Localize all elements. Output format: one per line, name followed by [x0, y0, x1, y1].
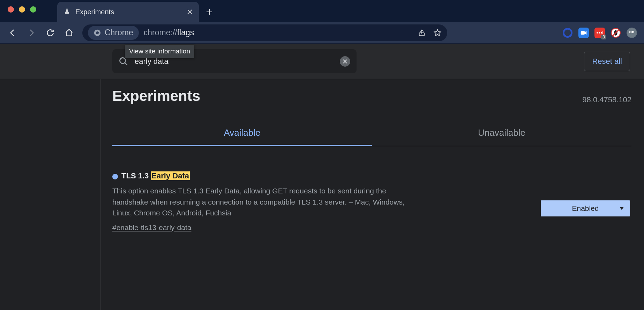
svg-point-11 — [627, 28, 636, 37]
extension-noscript-icon[interactable] — [611, 28, 621, 38]
svg-point-6 — [599, 32, 600, 34]
modified-indicator-icon — [112, 174, 118, 179]
flag-title: TLS 1.3 Early Data — [121, 171, 190, 180]
svg-point-14 — [630, 31, 631, 32]
flags-content: Experiments 98.0.4758.102 Available Unav… — [100, 79, 644, 310]
window-zoom-button[interactable] — [30, 6, 36, 13]
flag-item: TLS 1.3 Early Data This option enables T… — [112, 171, 631, 232]
forward-button[interactable] — [24, 25, 39, 40]
svg-point-16 — [120, 58, 126, 63]
svg-point-15 — [632, 31, 634, 32]
svg-point-5 — [597, 32, 598, 34]
svg-point-1 — [96, 31, 99, 34]
page-content: Reset all Experiments 98.0.4758.102 Avai… — [0, 44, 644, 310]
flag-state-value: Enabled — [572, 204, 599, 213]
flag-permalink[interactable]: #enable-tls13-early-data — [112, 223, 191, 232]
extension-zoom-icon[interactable] — [578, 28, 589, 38]
flags-search-row: Reset all — [0, 44, 644, 79]
profile-avatar[interactable] — [627, 28, 637, 38]
left-gutter — [0, 79, 100, 310]
chrome-version: 98.0.4758.102 — [582, 95, 631, 104]
window-controls — [8, 0, 57, 22]
browser-toolbar: Chrome chrome://flags 3 — [0, 22, 644, 44]
site-info-chip[interactable]: Chrome — [88, 26, 139, 40]
flags-main: Experiments 98.0.4758.102 Available Unav… — [0, 79, 644, 310]
flask-icon — [63, 8, 70, 16]
flags-tabs: Available Unavailable — [112, 121, 631, 146]
window-minimize-button[interactable] — [19, 6, 25, 13]
flag-control: Enabled — [541, 171, 631, 232]
extension-badge: 3 — [601, 35, 606, 39]
tab-title: Experiments — [75, 8, 114, 16]
flag-info: TLS 1.3 Early Data This option enables T… — [112, 171, 530, 232]
svg-rect-8 — [602, 31, 603, 34]
chip-label: Chrome — [105, 28, 133, 37]
bookmark-star-icon[interactable] — [433, 29, 442, 37]
back-button[interactable] — [5, 25, 20, 40]
clear-search-button[interactable] — [340, 56, 350, 67]
browser-tab[interactable]: Experiments — [57, 2, 199, 22]
tab-unavailable[interactable]: Unavailable — [372, 121, 631, 146]
extension-lastpass-icon[interactable]: 3 — [594, 28, 605, 38]
new-tab-button[interactable] — [199, 2, 220, 22]
svg-rect-4 — [581, 31, 585, 35]
flag-title-highlight: Early Data — [151, 171, 190, 180]
tab-strip: Experiments — [0, 0, 644, 22]
chrome-icon — [93, 29, 101, 37]
share-icon[interactable] — [418, 29, 426, 37]
flag-title-prefix: TLS 1.3 — [121, 171, 151, 180]
heading-row: Experiments 98.0.4758.102 — [112, 88, 631, 104]
flags-search-input[interactable] — [135, 57, 334, 66]
svg-point-7 — [601, 32, 602, 34]
extension-area: 3 — [562, 28, 639, 38]
svg-point-3 — [563, 29, 571, 37]
url-path: flags — [177, 28, 194, 37]
reset-all-button[interactable]: Reset all — [584, 52, 630, 71]
close-tab-button[interactable] — [187, 9, 193, 15]
address-bar[interactable]: Chrome chrome://flags — [82, 24, 447, 41]
tab-available[interactable]: Available — [112, 121, 372, 146]
site-info-tooltip: View site information — [125, 45, 194, 58]
flag-title-row: TLS 1.3 Early Data — [112, 171, 530, 180]
url-scheme: chrome:// — [144, 28, 177, 37]
extension-circle-icon[interactable] — [562, 28, 573, 38]
window-close-button[interactable] — [8, 6, 14, 13]
url-display: chrome://flags — [144, 28, 194, 37]
omnibox-actions — [418, 29, 442, 37]
reload-button[interactable] — [43, 25, 58, 40]
flag-description: This option enables TLS 1.3 Early Data, … — [112, 185, 419, 219]
flag-state-select[interactable]: Enabled — [541, 200, 630, 216]
home-button[interactable] — [61, 25, 77, 40]
page-title: Experiments — [112, 88, 200, 104]
